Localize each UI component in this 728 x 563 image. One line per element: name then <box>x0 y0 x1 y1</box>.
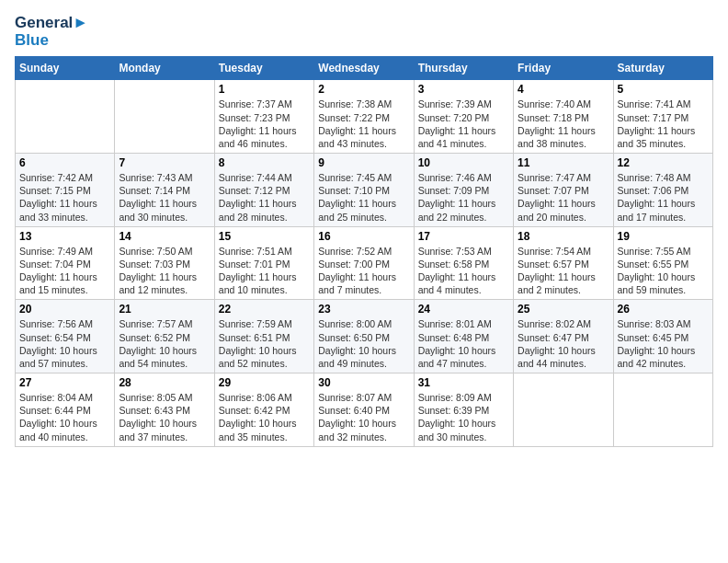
day-info: Sunrise: 8:05 AM Sunset: 6:43 PM Dayligh… <box>119 391 210 443</box>
day-info: Sunrise: 7:40 AM Sunset: 7:18 PM Dayligh… <box>518 98 609 150</box>
calendar-cell: 13Sunrise: 7:49 AM Sunset: 7:04 PM Dayli… <box>16 226 115 300</box>
calendar-week-row: 6Sunrise: 7:42 AM Sunset: 7:15 PM Daylig… <box>16 154 713 227</box>
calendar-cell: 14Sunrise: 7:50 AM Sunset: 7:03 PM Dayli… <box>115 226 214 300</box>
day-info: Sunrise: 7:56 AM Sunset: 6:54 PM Dayligh… <box>19 317 110 370</box>
day-number: 18 <box>518 230 609 243</box>
page-header: General► Blue <box>15 15 713 49</box>
day-number: 25 <box>518 303 609 316</box>
calendar-cell: 25Sunrise: 8:02 AM Sunset: 6:47 PM Dayli… <box>514 300 613 373</box>
weekday-header: Wednesday <box>314 57 414 80</box>
day-number: 6 <box>19 156 110 169</box>
day-number: 4 <box>518 83 609 96</box>
calendar-cell: 3Sunrise: 7:39 AM Sunset: 7:20 PM Daylig… <box>414 80 513 154</box>
calendar-cell: 27Sunrise: 8:04 AM Sunset: 6:44 PM Dayli… <box>16 373 115 447</box>
calendar-cell: 11Sunrise: 7:47 AM Sunset: 7:07 PM Dayli… <box>514 154 613 227</box>
calendar-week-row: 13Sunrise: 7:49 AM Sunset: 7:04 PM Dayli… <box>16 226 713 300</box>
calendar-cell: 20Sunrise: 7:56 AM Sunset: 6:54 PM Dayli… <box>16 300 115 373</box>
day-info: Sunrise: 7:50 AM Sunset: 7:03 PM Dayligh… <box>119 245 210 297</box>
day-info: Sunrise: 7:43 AM Sunset: 7:14 PM Dayligh… <box>119 171 210 224</box>
calendar-cell <box>613 373 712 447</box>
day-number: 20 <box>19 303 110 316</box>
calendar-cell: 7Sunrise: 7:43 AM Sunset: 7:14 PM Daylig… <box>115 154 214 227</box>
day-info: Sunrise: 7:44 AM Sunset: 7:12 PM Dayligh… <box>219 171 310 224</box>
day-number: 10 <box>418 156 509 169</box>
calendar-cell: 30Sunrise: 8:07 AM Sunset: 6:40 PM Dayli… <box>314 373 414 447</box>
calendar-cell <box>115 80 214 154</box>
day-number: 17 <box>418 230 509 243</box>
calendar-cell: 5Sunrise: 7:41 AM Sunset: 7:17 PM Daylig… <box>613 80 712 154</box>
day-number: 29 <box>219 376 310 389</box>
day-number: 5 <box>618 83 709 96</box>
day-number: 26 <box>618 303 709 316</box>
day-info: Sunrise: 7:46 AM Sunset: 7:09 PM Dayligh… <box>418 171 509 224</box>
day-info: Sunrise: 8:01 AM Sunset: 6:48 PM Dayligh… <box>418 317 509 370</box>
day-number: 3 <box>418 83 509 96</box>
calendar-cell: 29Sunrise: 8:06 AM Sunset: 6:42 PM Dayli… <box>214 373 313 447</box>
day-number: 15 <box>219 230 310 243</box>
day-info: Sunrise: 7:37 AM Sunset: 7:23 PM Dayligh… <box>219 98 310 150</box>
calendar-week-row: 1Sunrise: 7:37 AM Sunset: 7:23 PM Daylig… <box>16 80 713 154</box>
day-number: 14 <box>119 230 210 243</box>
day-info: Sunrise: 8:06 AM Sunset: 6:42 PM Dayligh… <box>219 391 310 443</box>
day-info: Sunrise: 8:09 AM Sunset: 6:39 PM Dayligh… <box>418 391 509 443</box>
day-info: Sunrise: 7:38 AM Sunset: 7:22 PM Dayligh… <box>318 98 409 150</box>
day-number: 13 <box>19 230 110 243</box>
day-info: Sunrise: 7:45 AM Sunset: 7:10 PM Dayligh… <box>318 171 409 224</box>
weekday-header-row: SundayMondayTuesdayWednesdayThursdayFrid… <box>16 57 713 80</box>
day-number: 28 <box>119 376 210 389</box>
day-info: Sunrise: 7:51 AM Sunset: 7:01 PM Dayligh… <box>219 245 310 297</box>
calendar-cell: 31Sunrise: 8:09 AM Sunset: 6:39 PM Dayli… <box>414 373 513 447</box>
day-number: 24 <box>418 303 509 316</box>
day-number: 31 <box>418 376 509 389</box>
weekday-header: Thursday <box>414 57 513 80</box>
day-number: 27 <box>19 376 110 389</box>
calendar-cell: 2Sunrise: 7:38 AM Sunset: 7:22 PM Daylig… <box>314 80 414 154</box>
logo-general: General► <box>15 15 88 32</box>
calendar-cell: 19Sunrise: 7:55 AM Sunset: 6:55 PM Dayli… <box>613 226 712 300</box>
calendar-week-row: 27Sunrise: 8:04 AM Sunset: 6:44 PM Dayli… <box>16 373 713 447</box>
day-info: Sunrise: 7:52 AM Sunset: 7:00 PM Dayligh… <box>318 245 409 297</box>
day-number: 22 <box>219 303 310 316</box>
day-info: Sunrise: 7:41 AM Sunset: 7:17 PM Dayligh… <box>618 98 709 150</box>
weekday-header: Saturday <box>613 57 712 80</box>
day-number: 8 <box>219 156 310 169</box>
day-info: Sunrise: 8:02 AM Sunset: 6:47 PM Dayligh… <box>518 317 609 370</box>
day-number: 19 <box>618 230 709 243</box>
logo-blue: Blue <box>15 32 49 50</box>
calendar-cell: 28Sunrise: 8:05 AM Sunset: 6:43 PM Dayli… <box>115 373 214 447</box>
calendar-cell: 12Sunrise: 7:48 AM Sunset: 7:06 PM Dayli… <box>613 154 712 227</box>
weekday-header: Monday <box>115 57 214 80</box>
day-info: Sunrise: 8:04 AM Sunset: 6:44 PM Dayligh… <box>19 391 110 443</box>
day-info: Sunrise: 7:47 AM Sunset: 7:07 PM Dayligh… <box>518 171 609 224</box>
day-number: 23 <box>318 303 409 316</box>
calendar-cell <box>16 80 115 154</box>
day-info: Sunrise: 7:53 AM Sunset: 6:58 PM Dayligh… <box>418 245 509 297</box>
calendar-cell: 16Sunrise: 7:52 AM Sunset: 7:00 PM Dayli… <box>314 226 414 300</box>
day-number: 11 <box>518 156 609 169</box>
day-info: Sunrise: 7:55 AM Sunset: 6:55 PM Dayligh… <box>618 245 709 297</box>
weekday-header: Tuesday <box>214 57 313 80</box>
day-number: 16 <box>318 230 409 243</box>
day-info: Sunrise: 7:59 AM Sunset: 6:51 PM Dayligh… <box>219 317 310 370</box>
calendar-cell: 21Sunrise: 7:57 AM Sunset: 6:52 PM Dayli… <box>115 300 214 373</box>
day-info: Sunrise: 7:42 AM Sunset: 7:15 PM Dayligh… <box>19 171 110 224</box>
calendar-cell: 1Sunrise: 7:37 AM Sunset: 7:23 PM Daylig… <box>214 80 313 154</box>
day-info: Sunrise: 7:57 AM Sunset: 6:52 PM Dayligh… <box>119 317 210 370</box>
day-info: Sunrise: 7:49 AM Sunset: 7:04 PM Dayligh… <box>19 245 110 297</box>
day-number: 9 <box>318 156 409 169</box>
calendar-cell: 24Sunrise: 8:01 AM Sunset: 6:48 PM Dayli… <box>414 300 513 373</box>
weekday-header: Sunday <box>16 57 115 80</box>
day-number: 21 <box>119 303 210 316</box>
day-number: 1 <box>219 83 310 96</box>
day-info: Sunrise: 7:48 AM Sunset: 7:06 PM Dayligh… <box>618 171 709 224</box>
calendar-cell <box>514 373 613 447</box>
calendar-cell: 17Sunrise: 7:53 AM Sunset: 6:58 PM Dayli… <box>414 226 513 300</box>
day-info: Sunrise: 7:54 AM Sunset: 6:57 PM Dayligh… <box>518 245 609 297</box>
calendar-cell: 22Sunrise: 7:59 AM Sunset: 6:51 PM Dayli… <box>214 300 313 373</box>
calendar-cell: 6Sunrise: 7:42 AM Sunset: 7:15 PM Daylig… <box>16 154 115 227</box>
day-number: 30 <box>318 376 409 389</box>
calendar-cell: 8Sunrise: 7:44 AM Sunset: 7:12 PM Daylig… <box>214 154 313 227</box>
calendar-cell: 10Sunrise: 7:46 AM Sunset: 7:09 PM Dayli… <box>414 154 513 227</box>
day-number: 2 <box>318 83 409 96</box>
day-info: Sunrise: 8:03 AM Sunset: 6:45 PM Dayligh… <box>618 317 709 370</box>
